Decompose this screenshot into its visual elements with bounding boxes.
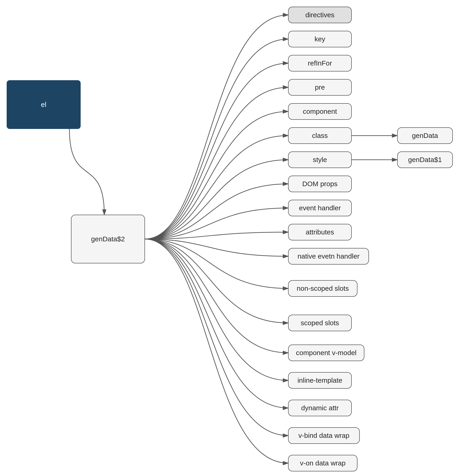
- node-label-refInFor: refInFor: [308, 59, 332, 67]
- node-label-genData: genData: [412, 132, 438, 139]
- edge-genData2-component: [145, 111, 288, 239]
- node-genData2: genData$2: [71, 215, 145, 263]
- node-genData: genData: [397, 128, 452, 144]
- edge-genData2-class: [145, 136, 288, 239]
- node-pre: pre: [288, 79, 351, 95]
- node-nonscoped: non-scoped slots: [288, 280, 357, 297]
- node-label-nativehandler: native evetn handler: [298, 252, 359, 260]
- node-directives: directives: [288, 7, 351, 23]
- node-label-style: style: [313, 156, 327, 163]
- node-label-domprops: DOM props: [302, 180, 337, 187]
- node-label-compvmodel: component v-model: [296, 349, 356, 357]
- node-label-directives: directives: [305, 11, 334, 19]
- node-label-genData1: genData$1: [408, 156, 442, 163]
- edge-el-genData2: [69, 129, 104, 215]
- node-label-el: el: [41, 101, 46, 108]
- node-label-vbindwrap: v-bind data wrap: [298, 432, 350, 439]
- edge-genData2-inlinetpl: [145, 239, 288, 380]
- edge-genData2-refInFor: [145, 63, 288, 239]
- edge-genData2-directives: [145, 15, 288, 239]
- edge-genData2-dynattr: [145, 239, 288, 408]
- node-label-genData2: genData$2: [91, 235, 125, 243]
- node-label-pre: pre: [315, 84, 325, 91]
- node-refInFor: refInFor: [288, 55, 351, 71]
- node-attributes: attributes: [288, 224, 351, 240]
- node-el: el: [7, 80, 80, 129]
- node-label-key: key: [315, 35, 325, 43]
- node-vbindwrap: v-bind data wrap: [288, 427, 359, 444]
- node-class: class: [288, 128, 351, 144]
- node-label-attributes: attributes: [306, 228, 334, 236]
- node-label-nonscoped: non-scoped slots: [297, 285, 349, 292]
- node-label-inlinetpl: inline-template: [298, 376, 342, 384]
- node-scoped: scoped slots: [288, 315, 351, 331]
- node-label-dynattr: dynamic attr: [301, 404, 339, 412]
- node-inlinetpl: inline-template: [288, 372, 351, 388]
- node-eventhandler: event handler: [288, 200, 351, 216]
- node-label-eventhandler: event handler: [299, 204, 341, 212]
- flow-diagram: elgenData$2directiveskeyrefInForprecompo…: [0, 0, 459, 476]
- node-label-scoped: scoped slots: [301, 319, 339, 327]
- node-genData1: genData$1: [397, 152, 452, 168]
- edge-genData2-style: [145, 160, 288, 239]
- node-compvmodel: component v-model: [288, 345, 364, 361]
- edge-genData2-vbindwrap: [145, 239, 288, 435]
- node-label-class: class: [312, 132, 328, 139]
- edge-genData2-scoped: [145, 239, 288, 323]
- node-domprops: DOM props: [288, 176, 351, 192]
- node-dynattr: dynamic attr: [288, 400, 351, 416]
- node-key: key: [288, 31, 351, 47]
- node-vonwrap: v-on data wrap: [288, 455, 357, 471]
- node-component: component: [288, 103, 351, 119]
- node-nativehandler: native evetn handler: [288, 248, 369, 264]
- node-label-vonwrap: v-on data wrap: [300, 459, 345, 467]
- node-label-component: component: [303, 108, 337, 115]
- node-style: style: [288, 152, 351, 168]
